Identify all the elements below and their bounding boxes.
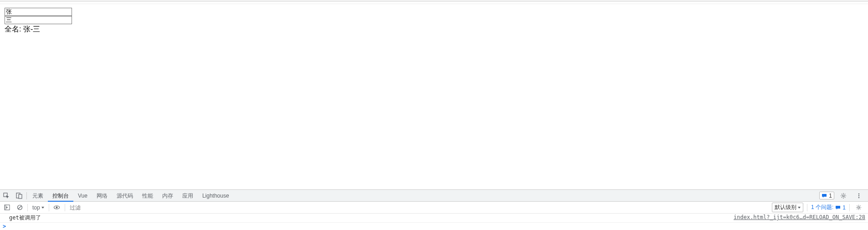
devtools-tabbar: 元素 控制台 Vue 网络 源代码 性能 内存 应用 Lighthouse 1	[0, 190, 868, 202]
prompt-chevron-icon: >	[3, 223, 6, 230]
issues-label: 1 个问题:	[811, 204, 833, 211]
badge-count: 1	[829, 193, 832, 199]
last-name-input[interactable]	[5, 16, 72, 24]
separator	[65, 204, 65, 211]
fullname-value: 张-三	[23, 25, 40, 33]
page-content: 全名: 张-三	[0, 4, 868, 189]
devtools-panel: 元素 控制台 Vue 网络 源代码 性能 内存 应用 Lighthouse 1	[0, 189, 868, 230]
console-filter-input[interactable]	[68, 204, 159, 212]
tab-sources[interactable]: 源代码	[112, 190, 138, 202]
message-icon	[835, 205, 841, 210]
svg-point-13	[858, 207, 859, 209]
svg-line-10	[18, 206, 21, 209]
console-prompt[interactable]: >	[0, 223, 868, 230]
console-toolbar-right: 默认级别 1 个问题: 1	[772, 203, 866, 212]
console-settings-icon[interactable]	[853, 203, 863, 212]
svg-point-4	[858, 193, 859, 194]
tab-memory[interactable]: 内存	[158, 190, 178, 202]
issues-count: 1	[842, 204, 846, 211]
settings-icon[interactable]	[837, 190, 850, 202]
inspect-element-icon[interactable]	[0, 190, 13, 202]
console-toolbar: top 默认级别 1 个问题: 1	[0, 202, 868, 214]
tab-elements[interactable]: 元素	[28, 190, 48, 202]
device-toolbar-icon[interactable]	[13, 190, 26, 202]
clear-console-icon[interactable]	[15, 203, 25, 212]
separator	[26, 192, 27, 199]
chevron-down-icon	[41, 207, 44, 209]
tab-application[interactable]: 应用	[178, 190, 198, 202]
devtools-tabbar-right: 1	[819, 190, 868, 202]
message-icon	[822, 193, 827, 199]
separator	[27, 204, 28, 211]
tab-network[interactable]: 网络	[92, 190, 112, 202]
first-name-input[interactable]	[5, 8, 72, 16]
console-log-message: get被调用了	[3, 214, 734, 222]
svg-point-5	[858, 195, 859, 196]
console-source-link[interactable]: index.html?_ijt=k0c6…d=RELOAD_ON_SAVE:28	[734, 214, 865, 220]
live-expression-icon[interactable]	[52, 203, 62, 212]
issues-link[interactable]: 1 个问题: 1	[811, 204, 846, 211]
levels-label: 默认级别	[775, 204, 796, 211]
separator	[849, 204, 850, 211]
svg-point-12	[56, 207, 58, 209]
execution-context-selector[interactable]: top	[31, 204, 46, 211]
separator	[807, 204, 807, 211]
console-body: get被调用了 index.html?_ijt=k0c6…d=RELOAD_ON…	[0, 214, 868, 230]
fullname-output: 全名: 张-三	[5, 25, 863, 34]
separator	[49, 204, 49, 211]
svg-point-6	[858, 197, 859, 198]
svg-rect-8	[5, 205, 6, 210]
log-levels-dropdown[interactable]: 默认级别	[772, 203, 803, 212]
console-message-badge[interactable]: 1	[819, 192, 834, 199]
context-label: top	[32, 204, 40, 211]
svg-rect-2	[19, 194, 22, 199]
chevron-down-icon	[798, 207, 801, 209]
tab-vue[interactable]: Vue	[73, 190, 92, 202]
tab-lighthouse[interactable]: Lighthouse	[198, 190, 234, 202]
tab-performance[interactable]: 性能	[138, 190, 158, 202]
console-log-row[interactable]: get被调用了 index.html?_ijt=k0c6…d=RELOAD_ON…	[0, 214, 868, 223]
tab-console[interactable]: 控制台	[48, 190, 73, 202]
toggle-sidebar-icon[interactable]	[2, 203, 12, 212]
more-options-icon[interactable]	[853, 190, 865, 202]
svg-point-3	[842, 195, 844, 197]
fullname-label: 全名:	[5, 25, 21, 33]
browser-chrome-bar	[0, 0, 868, 2]
